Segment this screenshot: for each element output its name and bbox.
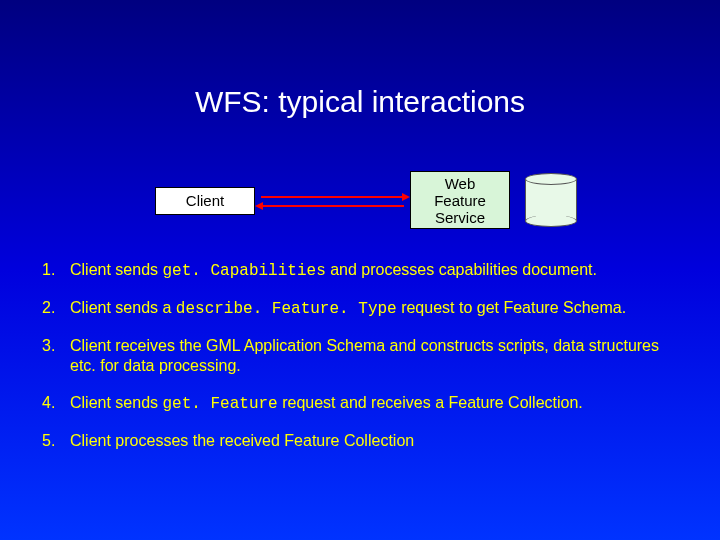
step-text: Client sends a describe. Feature. Type r…: [70, 298, 680, 320]
code-span: get. Capabilities: [163, 262, 326, 280]
list-item: 5. Client processes the received Feature…: [42, 431, 680, 452]
slide-title: WFS: typical interactions: [0, 85, 720, 119]
code-span: describe. Feature. Type: [176, 300, 397, 318]
arrow-right-icon: [402, 193, 410, 201]
step-number: 3.: [42, 336, 70, 378]
wfs-label-line1: Web: [411, 175, 509, 192]
step-text: Client sends get. Capabilities and proce…: [70, 260, 680, 282]
wfs-label-line3: Service: [411, 209, 509, 226]
database-icon: [525, 173, 577, 227]
list-item: 4. Client sends get. Feature request and…: [42, 393, 680, 415]
step-text: Client receives the GML Application Sche…: [70, 336, 680, 378]
arrow-request-line: [261, 196, 404, 198]
list-item: 2. Client sends a describe. Feature. Typ…: [42, 298, 680, 320]
wfs-label-line2: Feature: [411, 192, 509, 209]
arrows-bidirectional: [255, 195, 410, 209]
wfs-box: Web Feature Service: [410, 171, 510, 229]
step-number: 1.: [42, 260, 70, 282]
step-number: 4.: [42, 393, 70, 415]
arrow-response-line: [261, 205, 404, 207]
step-number: 2.: [42, 298, 70, 320]
list-item: 3. Client receives the GML Application S…: [42, 336, 680, 378]
list-item: 1. Client sends get. Capabilities and pr…: [42, 260, 680, 282]
step-number: 5.: [42, 431, 70, 452]
client-box: Client: [155, 187, 255, 215]
step-text: Client sends get. Feature request and re…: [70, 393, 680, 415]
steps-list: 1. Client sends get. Capabilities and pr…: [42, 260, 680, 468]
step-text: Client processes the received Feature Co…: [70, 431, 680, 452]
code-span: get. Feature: [163, 395, 278, 413]
interaction-diagram: Client Web Feature Service: [0, 165, 720, 243]
arrow-left-icon: [255, 202, 263, 210]
